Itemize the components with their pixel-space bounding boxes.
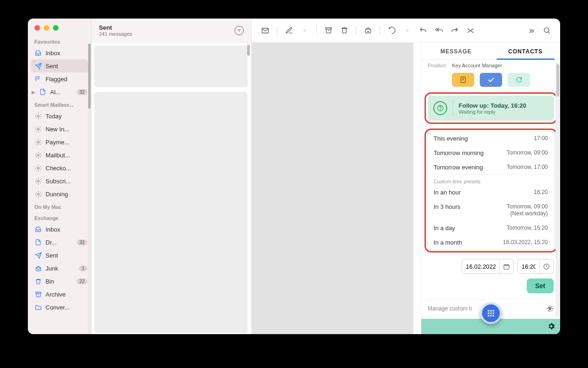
time-field-wrap [517,259,554,274]
message-preview [252,43,413,334]
sidebar-section-exchange: Exchange [28,212,91,223]
svg-rect-32 [492,313,494,314]
sidebar-item-ex-junk[interactable]: Junk1 [28,262,91,275]
reply-button[interactable] [416,24,430,38]
chat-action-button[interactable] [508,73,530,87]
inbox-icon [34,49,42,57]
sidebar-item-mailbutler[interactable]: Mailbut... [28,148,91,161]
compose-dropdown[interactable] [298,24,312,38]
svg-point-2 [37,141,39,143]
sidebar-item-ex-inbox[interactable]: Inbox [28,223,91,236]
junk-icon [34,265,42,272]
tab-message[interactable]: MESSAGE [421,43,491,59]
calendar-icon[interactable] [499,259,513,273]
task-action-button[interactable] [480,73,502,87]
contact-position-row: Position: Key Account Manager [421,60,560,73]
message-list-panel: Sent 241 messages [91,19,252,334]
junk-button[interactable] [361,24,375,38]
set-button[interactable]: Set [527,278,554,293]
snooze-button[interactable] [385,24,399,38]
inspector-actions [421,73,560,92]
gear-icon [34,112,42,120]
close-window-button[interactable] [34,25,40,31]
file-icon [39,88,46,96]
date-input[interactable] [462,260,499,273]
count-badge: 32 [77,239,87,245]
preset-in-an-hour[interactable]: In an hour 16:20 [427,185,555,200]
sidebar-item-ex-bin[interactable]: Bin22 [28,275,91,288]
svg-rect-7 [36,267,40,271]
sidebar-smart-list: Today New In... Payme... Mailbut... Chec… [28,110,91,200]
app-window: Favourites Inbox Sent Flagged ▶ Al... 32… [28,19,560,334]
sidebar-item-checkout[interactable]: Checko... [28,161,91,174]
sidebar-item-inbox[interactable]: Inbox [28,46,91,59]
sidebar-item-dunning[interactable]: Dunning [28,187,91,200]
inspector-scrollbar[interactable] [555,62,560,317]
svg-point-0 [37,115,39,117]
file-icon [34,239,42,246]
message-list-header: Sent 241 messages [91,19,251,43]
gear-icon [34,125,42,133]
followup-icon [433,101,447,115]
sidebar-item-flagged[interactable]: Flagged [28,72,91,85]
sidebar-exchange-list: Inbox Dr...32 Sent Junk1 Bin22 Archive C… [28,223,91,314]
preset-tomorrow-evening[interactable]: Tomorrow evening Tomorrow, 17:00 [427,160,555,174]
time-input[interactable] [518,260,539,273]
clock-icon[interactable] [539,259,553,273]
followup-card[interactable]: Follow up: Today, 16:20 Waiting for repl… [428,96,554,121]
content-panel: MESSAGE CONTACTS Position: Key Account M… [252,19,560,334]
minimize-window-button[interactable] [44,25,49,31]
message-row[interactable] [94,92,248,333]
compose-button[interactable] [282,24,296,38]
forward-button[interactable] [448,24,462,38]
tab-contacts[interactable]: CONTACTS [491,43,561,59]
preset-in-3-hours[interactable]: In 3 hours Tomorrow, 09:00(Next workday) [427,200,555,221]
sidebar-item-all[interactable]: ▶ Al... 32 [28,85,91,98]
svg-point-3 [37,154,39,156]
preset-this-evening[interactable]: This evening 17:00 [427,131,555,146]
svg-rect-35 [492,315,494,316]
sidebar-item-newin[interactable]: New In... [28,123,91,136]
message-list-scrollbar[interactable] [246,43,251,334]
svg-point-20 [440,110,440,110]
preset-tomorrow-morning[interactable]: Tomorrow morning Tomorrow, 09:00 [427,146,555,160]
gear-icon [34,164,42,172]
zoom-window-button[interactable] [53,25,59,31]
mailbutler-button[interactable] [464,24,477,38]
sidebar-item-payments[interactable]: Payme... [28,136,91,148]
archive-button[interactable] [321,24,335,38]
inbox-icon [34,226,42,233]
search-button[interactable] [540,24,554,38]
more-button[interactable] [524,24,538,38]
preset-in-a-month[interactable]: In a month 18.03.2022, 15:20 [427,235,555,250]
snooze-dropdown[interactable] [400,24,414,38]
followup-title: Follow up: Today, 16:20 [459,102,526,109]
filter-button[interactable] [235,26,244,35]
sidebar-item-sent[interactable]: Sent [31,59,88,72]
sidebar-item-ex-conversations[interactable]: Conver... [28,301,91,314]
envelope-button[interactable] [258,24,272,38]
svg-rect-28 [490,310,491,311]
svg-rect-27 [488,310,489,311]
svg-rect-31 [490,313,491,314]
settings-gear-icon[interactable] [547,322,555,330]
sidebar-scrollbar[interactable] [88,44,91,334]
note-action-button[interactable] [452,73,474,87]
sidebar-item-ex-sent[interactable]: Sent [28,249,91,262]
reply-all-button[interactable] [432,24,446,38]
message-list[interactable] [91,43,251,334]
delete-button[interactable] [337,24,351,38]
sidebar-item-subscriptions[interactable]: Subscri... [28,174,91,187]
flag-icon [34,75,42,83]
datetime-row [421,255,560,274]
apps-fab[interactable] [480,303,502,324]
sidebar-item-today[interactable]: Today [28,110,91,123]
sidebar-item-ex-drafts[interactable]: Dr...32 [28,236,91,249]
svg-rect-29 [492,310,494,311]
sidebar-item-ex-archive[interactable]: Archive [28,288,91,301]
gear-icon [546,305,554,312]
message-row[interactable] [94,45,248,87]
sidebar-section-smart: Smart Mailbox... [28,98,91,110]
preset-in-a-day[interactable]: In a day Tomorrow, 15:20 [427,221,555,235]
svg-point-15 [544,28,549,32]
